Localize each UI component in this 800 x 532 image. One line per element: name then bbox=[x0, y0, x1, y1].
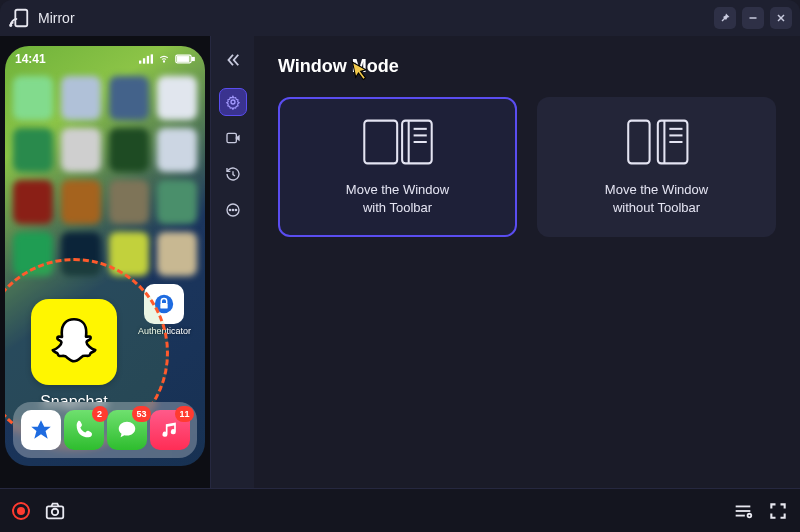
app-title: Mirror bbox=[38, 10, 75, 26]
svg-rect-14 bbox=[161, 303, 168, 309]
window-without-toolbar-icon bbox=[620, 117, 694, 167]
titlebar: Mirror bbox=[0, 0, 800, 36]
svg-point-34 bbox=[52, 508, 58, 514]
svg-rect-5 bbox=[139, 61, 141, 64]
snapchat-icon bbox=[46, 314, 102, 370]
record-screen-icon bbox=[225, 130, 241, 146]
svg-point-38 bbox=[748, 513, 752, 517]
record-tab[interactable] bbox=[219, 124, 247, 152]
window-controls bbox=[714, 7, 792, 29]
tool-rail bbox=[210, 36, 254, 488]
svg-point-9 bbox=[163, 61, 164, 62]
close-button[interactable] bbox=[770, 7, 792, 29]
option-with-toolbar[interactable]: Move the Windowwith Toolbar bbox=[278, 97, 517, 237]
mirrored-phone-screen[interactable]: 14:41 Authenticator bbox=[5, 46, 205, 466]
screenshot-button[interactable] bbox=[44, 500, 66, 522]
mirror-pane: 14:41 Authenticator bbox=[0, 36, 210, 488]
svg-rect-6 bbox=[143, 58, 145, 63]
pin-button[interactable] bbox=[714, 7, 736, 29]
window-with-toolbar-icon bbox=[361, 117, 435, 167]
settings-panel: Window Mode Move the Windowwith Toolbar bbox=[254, 36, 800, 488]
app-brand: Mirror bbox=[8, 7, 75, 29]
fullscreen-icon bbox=[768, 501, 788, 521]
window-mode-options: Move the Windowwith Toolbar Move the Win… bbox=[278, 97, 776, 237]
panel-heading: Window Mode bbox=[278, 56, 399, 77]
svg-rect-16 bbox=[227, 133, 236, 142]
minimize-button[interactable] bbox=[742, 7, 764, 29]
svg-rect-27 bbox=[628, 120, 649, 163]
dock-phone[interactable]: 2 bbox=[64, 410, 104, 450]
svg-rect-11 bbox=[177, 57, 189, 62]
dock-music[interactable]: 11 bbox=[150, 410, 190, 450]
battery-icon bbox=[175, 54, 195, 64]
svg-point-1 bbox=[10, 25, 11, 26]
option-without-toolbar[interactable]: Move the Windowwithout Toolbar bbox=[537, 97, 776, 237]
phone-statusbar: 14:41 bbox=[5, 46, 205, 72]
option-caption: Move the Windowwithout Toolbar bbox=[605, 181, 708, 217]
more-tab[interactable] bbox=[219, 196, 247, 224]
svg-rect-7 bbox=[147, 56, 149, 64]
svg-rect-21 bbox=[364, 120, 397, 163]
list-icon bbox=[732, 500, 754, 522]
svg-point-15 bbox=[231, 100, 235, 104]
messages-badge: 53 bbox=[132, 406, 150, 422]
dock-appstore[interactable] bbox=[21, 410, 61, 450]
device-list-button[interactable] bbox=[732, 500, 754, 522]
svg-rect-12 bbox=[192, 57, 194, 60]
record-button[interactable] bbox=[12, 502, 30, 520]
cursor-overlay-icon bbox=[346, 60, 372, 91]
phone-badge: 2 bbox=[92, 406, 108, 422]
signal-icon bbox=[139, 54, 153, 64]
camera-icon bbox=[44, 500, 66, 522]
dock-messages[interactable]: 53 bbox=[107, 410, 147, 450]
cast-icon bbox=[8, 7, 30, 29]
svg-point-18 bbox=[229, 209, 230, 210]
phone-time: 14:41 bbox=[15, 52, 46, 66]
collapse-toggle[interactable] bbox=[219, 46, 247, 74]
history-tab[interactable] bbox=[219, 160, 247, 188]
option-caption: Move the Windowwith Toolbar bbox=[346, 181, 449, 217]
gear-icon bbox=[225, 94, 241, 110]
bottom-bar bbox=[0, 488, 800, 532]
svg-point-19 bbox=[232, 209, 233, 210]
svg-point-20 bbox=[235, 209, 236, 210]
phone-dock: 2 53 11 bbox=[13, 402, 197, 458]
svg-rect-0 bbox=[15, 10, 27, 27]
more-icon bbox=[225, 202, 241, 218]
fullscreen-button[interactable] bbox=[768, 501, 788, 521]
history-icon bbox=[225, 166, 241, 182]
music-badge: 11 bbox=[175, 406, 193, 422]
settings-tab[interactable] bbox=[219, 88, 247, 116]
snapchat-app[interactable] bbox=[31, 299, 117, 385]
svg-rect-8 bbox=[151, 54, 153, 63]
wifi-icon bbox=[157, 54, 171, 64]
